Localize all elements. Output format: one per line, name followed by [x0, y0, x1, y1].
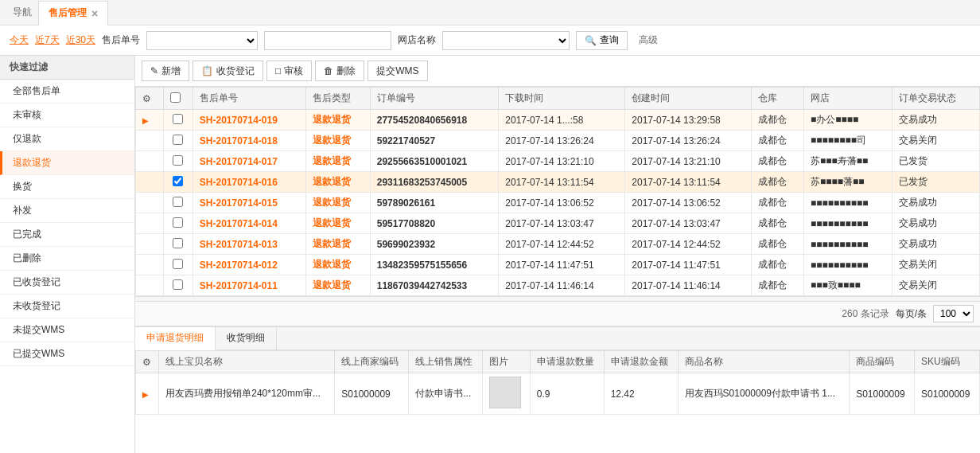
cell-status: 交易成功: [892, 213, 979, 234]
cell-order: 27754520840656918: [370, 110, 499, 131]
cell-type: 退款退货: [306, 234, 370, 255]
select-all-checkbox[interactable]: [170, 92, 181, 103]
receive-button[interactable]: 📋 收货登记: [192, 61, 263, 81]
close-icon[interactable]: ×: [91, 8, 98, 19]
sidebar-item[interactable]: 未收货登记: [0, 295, 134, 318]
table-row[interactable]: SH-20170714-014退款退货595177088202017-07-14…: [136, 213, 980, 234]
sidebar-item[interactable]: 未审核: [0, 103, 134, 127]
sidebar-item[interactable]: 换货: [0, 175, 134, 199]
row-checkbox[interactable]: [173, 176, 183, 186]
cell-download: 2017-07-14 1...:58: [499, 110, 625, 131]
total-records: 260 条记录: [842, 307, 889, 321]
cell-warehouse: 成都仓: [752, 110, 804, 131]
sidebar-item[interactable]: 全部售后单: [0, 80, 134, 103]
cell-id: SH-20170714-014: [192, 213, 305, 234]
delete-button[interactable]: 🗑 删除: [315, 61, 364, 81]
table-row[interactable]: SH-20170714-013退款退货596990239322017-07-14…: [136, 234, 980, 255]
cell-store: ■■■■■■■■■■: [803, 234, 892, 255]
top-nav: 导航 售后管理 ×: [0, 0, 980, 25]
cell-warehouse: 成都仓: [752, 255, 804, 275]
cell-status: 已发货: [892, 172, 979, 193]
cell-download: 2017-07-14 11:46:14: [499, 275, 625, 296]
cell-type: 退款退货: [306, 151, 370, 172]
bottom-col-code: 线上商家编码: [335, 351, 409, 373]
col-settings[interactable]: ⚙: [136, 88, 164, 110]
query-button[interactable]: 🔍 查询: [576, 31, 628, 50]
col-order: 订单编号: [370, 88, 499, 110]
cell-order: 59699023932: [370, 234, 499, 255]
search-input[interactable]: [264, 31, 391, 50]
bottom-col-goods: 商品名称: [678, 351, 850, 373]
row-checkbox[interactable]: [173, 197, 183, 207]
row-checkbox[interactable]: [173, 217, 183, 228]
pagination-bar: 260 条记录 每页/条 100 50 200: [135, 301, 980, 326]
table-row[interactable]: ▶SH-20170714-019退款退货27754520840656918201…: [136, 110, 980, 131]
cell-id: SH-20170714-018: [192, 131, 305, 151]
bottom-cell-attr: 付款申请书...: [409, 373, 483, 415]
cell-type: 退款退货: [306, 131, 370, 151]
cell-download: 2017-07-14 12:44:52: [499, 234, 625, 255]
cell-created: 2017-07-14 13:29:58: [625, 110, 752, 131]
table-row[interactable]: SH-20170714-011退款退货118670394427425332017…: [136, 275, 980, 296]
sidebar-item[interactable]: 补发: [0, 199, 134, 223]
cell-warehouse: 成都仓: [752, 151, 804, 172]
row-checkbox[interactable]: [173, 238, 183, 248]
row-checkbox[interactable]: [173, 155, 183, 166]
cell-store: 苏■■■寿藩■■: [803, 151, 892, 172]
delete-icon: 🗑: [324, 65, 333, 76]
active-tab[interactable]: 售后管理 ×: [38, 1, 108, 25]
filter-bar: 今天 近7天 近30天 售后单号 网店名称 🔍 查询 高级: [0, 25, 980, 56]
row-checkbox[interactable]: [173, 114, 183, 124]
cell-store: ■■■致■■■■: [803, 275, 892, 296]
bottom-col-qty: 申请退款数量: [530, 351, 604, 373]
advanced-button[interactable]: 高级: [634, 32, 663, 49]
bottom-table: ⚙ 线上宝贝名称 线上商家编码 线上销售属性 图片 申请退款数量 申请退款金额 …: [135, 350, 980, 415]
main-table: ⚙ 售后单号 售后类型 订单编号 下载时间 创建时间 仓库 网店 订单交易状态 …: [135, 87, 980, 296]
bottom-section: 申请退货明细 收货明细 ⚙ 线上宝贝名称 线上商家编码 线上销售属性 图片 申请…: [135, 326, 980, 453]
table-row[interactable]: SH-20170714-016退款退货293116832537450052017…: [136, 172, 980, 193]
cell-id: SH-20170714-011: [192, 275, 305, 296]
cell-order: 59517708820: [370, 213, 499, 234]
cell-id: SH-20170714-019: [192, 110, 305, 131]
cell-order: 11867039442742533: [370, 275, 499, 296]
bottom-col-settings[interactable]: ⚙: [136, 351, 159, 373]
bottom-cell-gcode: S01000009: [850, 373, 915, 415]
store-dropdown[interactable]: [442, 31, 570, 50]
cell-store: ■■■■■■■■■■: [803, 213, 892, 234]
table-row[interactable]: SH-20170714-015退款退货597890261612017-07-14…: [136, 193, 980, 213]
bottom-tabs: 申请退货明细 收货明细: [135, 327, 980, 350]
filter-last7[interactable]: 近7天: [35, 33, 60, 47]
row-checkbox[interactable]: [173, 135, 183, 145]
add-button[interactable]: ✎ 新增: [142, 61, 189, 81]
sidebar-item[interactable]: 已删除: [0, 247, 134, 271]
per-page-label: 每页/条: [896, 307, 927, 321]
checkbox-cell: [163, 213, 192, 234]
cell-order: 29311683253745005: [370, 172, 499, 193]
filter-last30[interactable]: 近30天: [66, 33, 95, 47]
per-page-select[interactable]: 100 50 200: [933, 305, 974, 322]
cell-download: 2017-07-14 13:11:54: [499, 172, 625, 193]
table-row[interactable]: SH-20170714-018退款退货592217405272017-07-14…: [136, 131, 980, 151]
col-status: 订单交易状态: [892, 88, 979, 110]
tab-return-detail[interactable]: 申请退货明细: [135, 327, 216, 350]
sidebar-item[interactable]: 已完成: [0, 223, 134, 247]
table-row[interactable]: SH-20170714-017退款退货292556635100010212017…: [136, 151, 980, 172]
field-dropdown[interactable]: [146, 31, 258, 50]
play-cell: [136, 172, 164, 193]
sidebar-item[interactable]: 已收货登记: [0, 271, 134, 295]
filter-today[interactable]: 今天: [10, 33, 29, 47]
row-checkbox[interactable]: [173, 279, 183, 290]
checkbox-cell: [163, 172, 192, 193]
sidebar-item[interactable]: 仅退款: [0, 127, 134, 151]
row-checkbox[interactable]: [173, 259, 183, 269]
sidebar-item[interactable]: 已提交WMS: [0, 342, 134, 366]
cell-store: ■■■■■■■■■■: [803, 193, 892, 213]
sidebar-item[interactable]: 退款退货: [0, 151, 134, 175]
sidebar-item[interactable]: 未提交WMS: [0, 318, 134, 342]
bottom-table-row[interactable]: ▶用友西玛费用报销单240*120mm审...S01000009付款申请书...…: [136, 373, 980, 415]
checkbox-cell: [163, 275, 192, 296]
tab-receive-detail[interactable]: 收货明细: [216, 327, 277, 350]
submit-wms-button[interactable]: 提交WMS: [368, 61, 427, 81]
table-row[interactable]: SH-20170714-012退款退货134823595751556562017…: [136, 255, 980, 275]
audit-button[interactable]: □ 审核: [266, 61, 312, 81]
